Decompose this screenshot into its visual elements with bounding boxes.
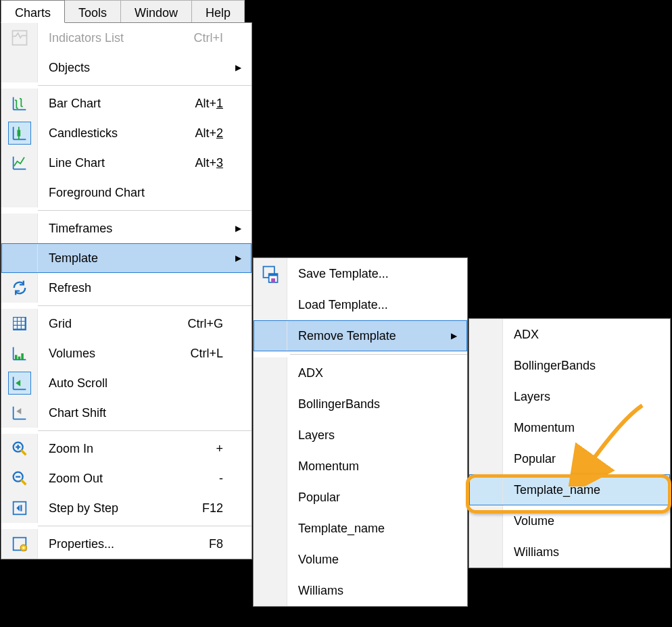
menu-candlesticks[interactable]: Candlesticks Alt+2 <box>1 118 251 148</box>
remove-item-volume[interactable]: Volume <box>469 505 670 536</box>
template-submenu: Save Template... Load Template... Remove… <box>253 257 468 607</box>
menu-grid[interactable]: Grid Ctrl+G <box>1 309 251 338</box>
template-preset-template-name[interactable]: Template_name <box>254 513 467 544</box>
menu-zoom-out-label: Zoom Out <box>38 472 174 486</box>
menu-chart-shift[interactable]: Chart Shift <box>1 398 251 428</box>
svg-rect-0 <box>12 31 26 45</box>
menubar-charts-label: Charts <box>15 6 51 20</box>
template-preset-label: Momentum <box>287 459 451 474</box>
menu-volumes-label: Volumes <box>38 347 174 361</box>
grid-icon <box>1 309 38 338</box>
menu-zoom-in-shortcut: + <box>174 442 235 456</box>
menu-separator <box>38 430 251 431</box>
save-template-icon <box>254 258 287 289</box>
menu-bar-chart[interactable]: Bar Chart Alt+1 <box>1 89 251 118</box>
remove-item-williams[interactable]: Williams <box>469 536 670 568</box>
menu-line-chart[interactable]: Line Chart Alt+3 <box>1 148 251 178</box>
properties-icon <box>1 529 38 559</box>
menubar-help[interactable]: Help <box>191 0 245 23</box>
menu-line-chart-shortcut: Alt+3 <box>174 156 235 170</box>
remove-item-layers[interactable]: Layers <box>469 381 670 412</box>
menu-step-label: Step by Step <box>38 501 174 516</box>
template-preset-label: Williams <box>287 584 451 598</box>
menu-zoom-out-shortcut: - <box>174 472 235 486</box>
template-preset-label: BollingerBands <box>287 397 451 411</box>
chart-shift-icon <box>1 398 38 428</box>
menu-volumes-shortcut: Ctrl+L <box>174 347 235 361</box>
svg-rect-16 <box>271 278 275 282</box>
remove-item-label: Volume <box>503 514 670 528</box>
auto-scroll-icon <box>8 372 31 395</box>
template-preset-momentum[interactable]: Momentum <box>254 451 467 482</box>
menu-separator <box>38 526 251 526</box>
menu-grid-shortcut: Ctrl+G <box>174 317 235 331</box>
submenu-arrow-icon: ▶ <box>235 224 251 233</box>
template-preset-volume[interactable]: Volume <box>254 544 467 575</box>
menubar-window[interactable]: Window <box>120 0 192 23</box>
menu-separator <box>38 85 251 86</box>
menu-indicators-list: Indicators List Ctrl+I <box>1 23 251 53</box>
menu-indicators-shortcut: Ctrl+I <box>174 31 235 45</box>
menu-volumes[interactable]: Volumes Ctrl+L <box>1 338 251 368</box>
submenu-save-template[interactable]: Save Template... <box>254 258 467 289</box>
menu-timeframes-label: Timeframes <box>38 222 174 236</box>
bar-chart-icon <box>1 89 38 118</box>
svg-point-14 <box>22 547 25 549</box>
menu-separator <box>38 305 251 306</box>
remove-item-momentum[interactable]: Momentum <box>469 412 670 443</box>
line-chart-icon <box>1 148 38 178</box>
svg-rect-4 <box>18 357 20 360</box>
template-preset-williams[interactable]: Williams <box>254 575 467 606</box>
menu-foreground-chart[interactable]: Foreground Chart <box>1 178 251 207</box>
template-preset-label: Volume <box>287 553 451 567</box>
menu-template[interactable]: Template ▶ <box>1 243 251 273</box>
menu-candlesticks-label: Candlesticks <box>38 126 174 141</box>
remove-item-popular[interactable]: Popular <box>469 443 670 474</box>
submenu-arrow-icon: ▶ <box>451 331 467 341</box>
menu-auto-scroll-label: Auto Scroll <box>38 376 174 391</box>
svg-rect-5 <box>21 353 24 359</box>
template-preset-label: Popular <box>287 491 451 505</box>
menu-bar-chart-shortcut: Alt+1 <box>174 97 235 111</box>
menu-indicators-label: Indicators List <box>38 31 174 45</box>
template-preset-popular[interactable]: Popular <box>254 482 467 513</box>
svg-line-7 <box>21 450 26 455</box>
template-preset-bollingerbands[interactable]: BollingerBands <box>254 388 467 420</box>
step-icon <box>1 493 38 523</box>
submenu-remove-template[interactable]: Remove Template ▶ <box>254 320 467 351</box>
menu-candlesticks-shortcut: Alt+2 <box>174 126 235 141</box>
menu-line-chart-label: Line Chart <box>38 156 174 170</box>
submenu-arrow-icon: ▶ <box>235 253 251 263</box>
menu-separator <box>38 210 251 211</box>
submenu-load-template[interactable]: Load Template... <box>254 289 467 320</box>
remove-item-adx[interactable]: ADX <box>469 319 670 350</box>
menu-refresh[interactable]: Refresh <box>1 273 251 303</box>
remove-item-template-name[interactable]: Template_name <box>469 474 670 505</box>
menu-zoom-out[interactable]: Zoom Out - <box>1 463 251 493</box>
remove-item-label: Template_name <box>503 483 670 497</box>
remove-item-label: Layers <box>503 390 670 404</box>
remove-item-label: Williams <box>503 545 670 559</box>
submenu-arrow-icon: ▶ <box>235 63 251 72</box>
menu-zoom-in[interactable]: Zoom In + <box>1 434 251 463</box>
remove-item-label: Popular <box>503 452 670 466</box>
menu-auto-scroll[interactable]: Auto Scroll <box>1 368 251 398</box>
submenu-remove-template-label: Remove Template <box>287 329 451 343</box>
menu-grid-label: Grid <box>38 317 174 331</box>
menubar-help-label: Help <box>206 6 231 20</box>
remove-item-bollingerbands[interactable]: BollingerBands <box>469 350 670 381</box>
template-preset-layers[interactable]: Layers <box>254 420 467 451</box>
menu-properties[interactable]: Properties... F8 <box>1 529 251 559</box>
menu-timeframes[interactable]: Timeframes ▶ <box>1 214 251 243</box>
menu-properties-shortcut: F8 <box>174 537 235 551</box>
volumes-icon <box>1 338 38 368</box>
refresh-icon <box>1 273 38 303</box>
menu-bar-chart-label: Bar Chart <box>38 97 174 111</box>
menubar-tools[interactable]: Tools <box>64 0 121 23</box>
menubar-charts[interactable]: Charts <box>1 0 65 23</box>
template-preset-adx[interactable]: ADX <box>254 357 467 388</box>
menu-step-by-step[interactable]: Step by Step F12 <box>1 493 251 523</box>
menu-objects[interactable]: Objects ▶ <box>1 53 251 82</box>
menubar: Charts Tools Window Help <box>1 0 244 23</box>
menu-separator <box>290 354 467 355</box>
